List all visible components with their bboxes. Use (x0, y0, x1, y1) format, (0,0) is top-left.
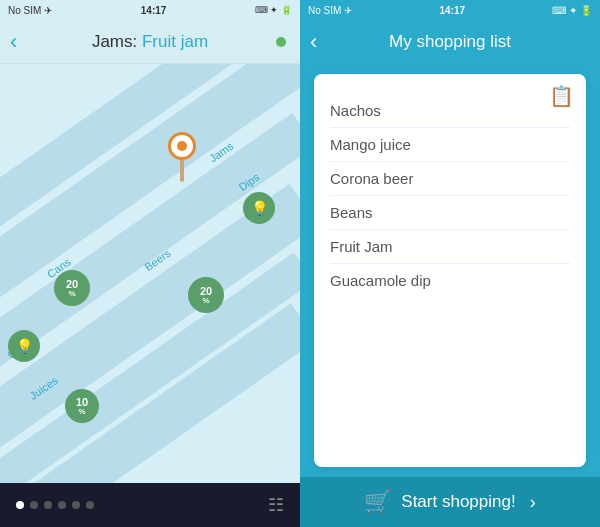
list-item: Guacamole dip (330, 264, 570, 297)
map-pin-circle (168, 132, 196, 160)
lightbulb-dips-icon: 💡 (251, 200, 268, 216)
nav-title-suffix: Fruit jam (142, 32, 208, 51)
bottom-bar-left: ☷ (0, 483, 300, 527)
dot-3 (44, 501, 52, 509)
nav-title-prefix: Jams: (92, 32, 142, 51)
cart-icon: 🛒 (364, 489, 391, 515)
status-bar-left: No SIM ✈ 14:17 ⌨ ✦ 🔋 (0, 0, 300, 20)
badge-beers-pct: % (202, 297, 209, 305)
chevron-right-icon: › (530, 492, 536, 513)
list-item: Beans (330, 196, 570, 230)
dot-1 (16, 501, 24, 509)
badge-cans-value: 20 (66, 279, 78, 290)
list-item: Corona beer (330, 162, 570, 196)
nav-title-right: My shopping list (389, 32, 511, 52)
list-item: Mango juice (330, 128, 570, 162)
dot-indicators (16, 501, 94, 509)
lightbulb-dips: 💡 (243, 192, 275, 224)
back-button-right[interactable]: ‹ (310, 29, 317, 55)
map-pin-stem (180, 160, 184, 182)
start-shopping-button[interactable]: 🛒 Start shopping! › (300, 477, 600, 527)
list-item: Nachos (330, 94, 570, 128)
map-area: Jams Dips Cans Beers Chips Juices 20 % 2… (0, 64, 300, 483)
nav-bar-left: ‹ Jams: Fruit jam (0, 20, 300, 64)
dot-5 (72, 501, 80, 509)
carrier-right: No SIM ✈ (308, 5, 352, 16)
left-panel: No SIM ✈ 14:17 ⌨ ✦ 🔋 ‹ Jams: Fruit jam J… (0, 0, 300, 527)
dot-6 (86, 501, 94, 509)
badge-juices-pct: % (78, 408, 85, 416)
back-button-left[interactable]: ‹ (10, 31, 17, 53)
badge-cans-discount: 20 % (54, 270, 90, 306)
card-list-icon: 📋 (549, 84, 574, 108)
nav-bar-right: ‹ My shopping list (300, 20, 600, 64)
badge-cans-pct: % (68, 290, 75, 298)
badge-beers-discount: 20 % (188, 277, 224, 313)
time-left: 14:17 (141, 5, 167, 16)
status-icons-right: ⌨ ✦ 🔋 (552, 5, 592, 16)
right-panel: No SIM ✈ 14:17 ⌨ ✦ 🔋 ‹ My shopping list … (300, 0, 600, 527)
badge-beers-value: 20 (200, 286, 212, 297)
status-icons-left: ⌨ ✦ 🔋 (255, 5, 292, 15)
map-pin-dot (177, 141, 187, 151)
start-shopping-label: Start shopping! (401, 492, 515, 512)
dot-4 (58, 501, 66, 509)
shopping-list: Nachos Mango juice Corona beer Beans Fru… (330, 94, 570, 297)
list-icon-button[interactable]: ☷ (268, 494, 284, 516)
active-dot (276, 37, 286, 47)
badge-juices-value: 10 (76, 397, 88, 408)
status-bar-right: No SIM ✈ 14:17 ⌨ ✦ 🔋 (300, 0, 600, 20)
lightbulb-chips: 💡 (8, 330, 40, 362)
shopping-card: 📋 Nachos Mango juice Corona beer Beans F… (314, 74, 586, 467)
map-pin (168, 132, 196, 182)
nav-title-left: Jams: Fruit jam (92, 32, 208, 52)
time-right: 14:17 (439, 5, 465, 16)
carrier-left: No SIM ✈ (8, 5, 52, 16)
list-item: Fruit Jam (330, 230, 570, 264)
badge-juices-discount: 10 % (65, 389, 99, 423)
lightbulb-chips-icon: 💡 (16, 338, 33, 354)
dot-2 (30, 501, 38, 509)
